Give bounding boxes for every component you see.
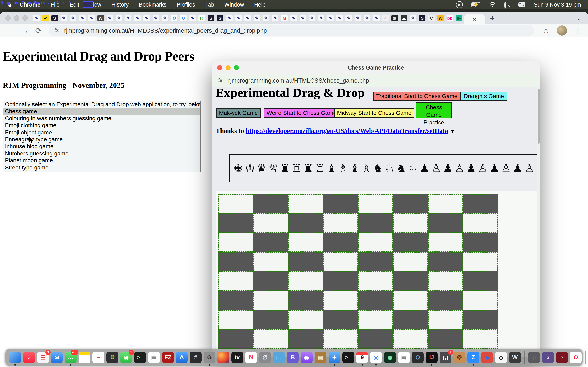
pinned-tab-pen[interactable]: ✎ [336,15,343,21]
pinned-tab-pen[interactable]: ✎ [143,15,150,21]
dock-item-chrome[interactable]: ◎ [370,351,382,363]
menu-item-help[interactable]: Help [254,2,266,8]
pinned-tab-pen[interactable]: ✎ [79,15,86,21]
listbox-option[interactable]: Planet moon game [3,157,200,164]
chess-piece[interactable]: ♔ [244,162,256,175]
dock-item-paint-palette[interactable]: ❂ [453,351,465,363]
board-cell[interactable] [358,271,393,291]
dock-item-safari[interactable]: ✦ [329,351,340,363]
board-cell[interactable] [323,291,358,310]
site-settings-icon[interactable] [53,27,60,34]
pinned-tab-pen[interactable]: ✎ [189,15,196,21]
chess-piece[interactable]: ♜ [302,162,314,175]
control-center-icon[interactable] [518,2,525,7]
pinned-tab-pen[interactable]: ✎ [125,15,131,21]
board-cell[interactable] [253,194,288,213]
dock-item-intellij[interactable]: IJ [426,351,438,363]
dock-item-terminal[interactable]: >_ [134,351,146,363]
board-cell[interactable] [323,271,358,291]
board-cell[interactable] [358,252,393,271]
board-cell[interactable] [253,291,288,310]
chess-piece[interactable]: ♗ [337,162,349,175]
pinned-tab-wattpad[interactable]: W [437,15,444,21]
pinned-tab-pen[interactable]: ✎ [355,15,361,21]
menu-item-window[interactable]: Window [224,2,244,8]
listbox-option[interactable]: Emoji object game [3,129,200,136]
board-cell[interactable] [218,310,253,329]
forward-button[interactable]: → [21,26,29,35]
pinned-tab-pen[interactable]: ✎ [373,15,380,21]
board-cell[interactable] [288,194,323,213]
menubar-clock[interactable]: Sun 9 Nov 3:19 pm [534,2,581,8]
chess-piece[interactable]: ♝ [326,162,337,175]
chess-piece[interactable]: ♞ [372,162,384,175]
board-cell[interactable] [358,213,393,233]
board-cell[interactable] [218,329,253,349]
dock-item-bbedit[interactable]: B [287,351,299,363]
chess-piece[interactable]: ♟ [489,162,500,175]
board-cell[interactable] [253,252,288,271]
pinned-tab-google[interactable]: G [180,15,187,21]
chess-piece[interactable]: ♟ [419,162,430,175]
menu-item-profiles[interactable]: Profiles [177,2,195,8]
tab-search-chevron[interactable]: ⌄ [577,15,582,22]
board-cell[interactable] [323,194,358,213]
minimize-window-button[interactable] [14,16,19,21]
board-cell[interactable] [393,213,428,233]
address-bar[interactable]: rjmprogramming.com.au/HTMLCSS/experiment… [49,25,534,36]
dock-item-apple-tv[interactable]: tv [231,351,243,363]
new-tab-button[interactable]: + [490,14,495,23]
chess-piece[interactable]: ♛ [256,162,268,175]
board-cell[interactable] [218,194,253,213]
board-cell[interactable] [428,213,463,233]
dock-item-filezilla[interactable]: FZ [162,351,174,363]
dock-item-screens[interactable]: ▢ [273,351,285,363]
chess-piece[interactable]: ♟ [512,162,523,175]
board-cell[interactable] [463,271,498,291]
pinned-tab-pen[interactable]: ✎ [244,15,251,21]
chess-piece[interactable]: ♕ [268,162,279,175]
pinned-tab-pen[interactable]: ✎ [327,15,334,21]
pinned-tab-cam[interactable]: ◉ [391,15,398,21]
dock-item-dialer[interactable]: # [190,351,201,363]
url-text[interactable]: rjmprogramming.com.au/HTMLCSS/experiment… [64,27,267,34]
popup-site-settings-icon[interactable] [217,77,223,84]
reload-button[interactable]: ⟳ [35,26,42,35]
pinned-tab-pen[interactable]: ✎ [134,15,141,21]
chess-piece[interactable]: ♙ [430,162,442,175]
board-cell[interactable] [218,213,253,233]
board-cell[interactable] [288,271,323,291]
board-cell[interactable] [288,252,323,271]
board-cell[interactable] [463,329,498,349]
board-cell[interactable] [253,213,288,233]
board-cell[interactable] [358,329,393,349]
board-cell[interactable] [463,194,498,213]
pinned-tab-s[interactable]: S [419,15,425,21]
menu-item-edit[interactable]: Edit [70,2,79,8]
pinned-tab-pen[interactable]: ✎ [300,15,306,21]
pinned-tab-pen[interactable]: ✎ [226,15,233,21]
board-cell[interactable] [323,213,358,233]
pinned-tab-cloud[interactable]: ☁ [401,15,407,21]
board-cell[interactable] [428,194,463,213]
dock-item-calendar[interactable]: 9 [356,351,368,363]
dock-item-blocked-app[interactable]: ∅ [259,351,271,363]
chess-piece[interactable]: ♞ [396,162,407,175]
chess-piece[interactable]: ♗ [361,162,372,175]
chess-piece[interactable]: ♟ [442,162,454,175]
board-cell[interactable] [253,233,288,252]
pinned-tab-dots[interactable]: ◌ [382,15,389,21]
board-cell[interactable] [393,233,428,252]
pinned-tab-pen[interactable]: ✎ [272,15,278,21]
pinned-tab-gear[interactable]: ⚙ [171,15,177,21]
board-cell[interactable] [463,252,498,271]
board-cell[interactable] [393,291,428,310]
dock-item-cat-app[interactable]: ◕ [542,351,554,363]
chess-piece[interactable]: ♚ [233,162,244,175]
chess-piece[interactable]: ♙ [454,162,465,175]
dock-item-music[interactable]: ♪ [23,351,35,363]
board-cell[interactable] [218,233,253,252]
board-cell[interactable] [288,233,323,252]
pinned-tab-pen[interactable]: ✎ [309,15,315,21]
board-cell[interactable] [428,271,463,291]
